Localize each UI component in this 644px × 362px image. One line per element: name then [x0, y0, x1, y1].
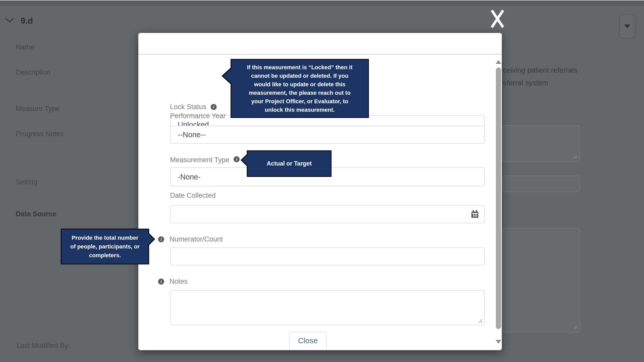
- performance-year-label: Performance Year: [170, 112, 226, 120]
- tooltip-arrow-left-icon: [242, 155, 248, 166]
- chevron-down-icon[interactable]: [5, 18, 14, 24]
- bg-label-setting: Setting: [16, 178, 37, 186]
- scrollbar-up-arrow-icon[interactable]: [496, 60, 501, 64]
- info-glyph: i: [160, 279, 162, 284]
- bg-data-source-textarea: [502, 228, 580, 332]
- bg-label-data-source: Data Source: [16, 210, 56, 218]
- section-header[interactable]: 9.d: [5, 16, 33, 26]
- info-glyph: i: [213, 105, 214, 109]
- lock-status-label: Lock Status: [170, 103, 206, 111]
- scrollbar-thumb[interactable]: [496, 67, 501, 329]
- record-actions-dropdown-button[interactable]: [619, 14, 635, 38]
- numerator-count-tooltip: Provide the total number of people, part…: [61, 229, 149, 264]
- bg-label-progress-notes: Progress Notes: [16, 130, 64, 138]
- resize-handle-icon[interactable]: [477, 318, 483, 325]
- resize-handle-icon: [572, 325, 578, 331]
- info-glyph: i: [236, 157, 237, 161]
- lock-status-tooltip: If this measurement is “Locked” then it …: [231, 59, 369, 118]
- measurement-type-tooltip: Actual or Target: [247, 150, 332, 177]
- performance-year-input[interactable]: --None--: [170, 126, 485, 144]
- bg-text-referral-system: eferral system: [503, 79, 548, 87]
- date-collected-label: Date Collected: [170, 192, 216, 199]
- close-icon[interactable]: [490, 9, 505, 29]
- notes-textarea[interactable]: [170, 290, 485, 325]
- numerator-count-label: Numerator/Count: [170, 235, 223, 243]
- numerator-count-tooltip-text: Provide the total number of people, part…: [68, 234, 142, 260]
- measurement-type-tooltip-text: Actual or Target: [267, 160, 312, 167]
- scrollbar-down-arrow-icon[interactable]: [496, 340, 501, 344]
- tooltip-arrow-right-icon: [148, 233, 154, 245]
- measurement-type-label: Measurement Type: [170, 156, 230, 164]
- lock-status-tooltip-text: If this measurement is “Locked” then it …: [244, 63, 355, 114]
- bg-progress-notes-textarea: [502, 125, 580, 162]
- bg-label-measure-type: Measure Type: [16, 105, 60, 113]
- calendar-icon[interactable]: [471, 210, 479, 220]
- close-button[interactable]: Close: [289, 332, 327, 350]
- section-title: 9.d: [21, 16, 33, 26]
- info-glyph: i: [160, 237, 162, 242]
- bg-label-name: Name: [16, 43, 34, 51]
- notes-label: Notes: [170, 278, 188, 285]
- numerator-count-input[interactable]: [170, 247, 485, 265]
- info-icon[interactable]: i: [158, 236, 164, 242]
- bg-label-last-modified-by: Last Modified By:: [17, 342, 70, 349]
- bg-text-patient-referrals: ceiving patient referrals: [503, 66, 577, 74]
- bg-label-description: Description: [16, 68, 50, 76]
- page-top-shadow: [0, 1, 644, 7]
- modal-header-divider: [138, 54, 502, 55]
- info-icon[interactable]: i: [158, 279, 164, 285]
- bg-setting-input: [502, 176, 580, 192]
- tooltip-arrow-left-icon: [223, 69, 231, 83]
- resize-handle-icon: [572, 154, 578, 161]
- date-collected-input[interactable]: [170, 205, 485, 223]
- triangle-down-icon: [624, 24, 630, 28]
- info-icon[interactable]: i: [211, 104, 217, 110]
- info-icon[interactable]: i: [234, 156, 240, 162]
